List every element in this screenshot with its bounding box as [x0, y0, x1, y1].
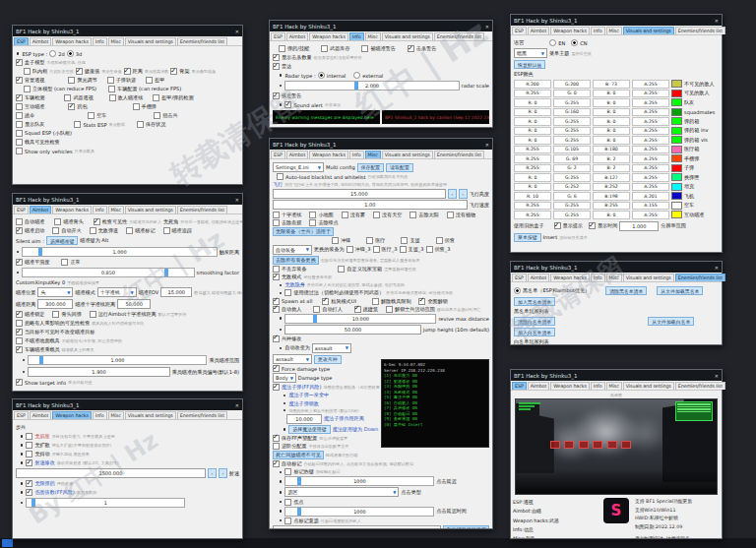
checkbox-visibility[interactable]	[94, 218, 100, 225]
tab-aimbot[interactable]: Aimbot	[30, 206, 52, 213]
tab-weapon-hacks[interactable]: Weapon hacks	[550, 274, 590, 281]
crew-number-input[interactable]: 1.900	[28, 367, 169, 377]
auto-message-button[interactable]: 自动消息发送设置	[443, 525, 489, 528]
checkbox-radar[interactable]	[273, 63, 280, 70]
checkbox-firerate[interactable]	[26, 459, 32, 466]
color-swatch[interactable]	[671, 127, 682, 135]
tab-visuals[interactable]: Visuals and settings	[382, 32, 433, 40]
color-r[interactable]: R: 10	[514, 192, 551, 201]
checkbox-no-ground-vehicle[interactable]	[16, 337, 23, 344]
checkbox-parachute[interactable]	[16, 112, 23, 119]
checkbox-bone-snap[interactable]	[52, 311, 59, 318]
firerate-input[interactable]: 1500.000	[16, 468, 206, 478]
color-r[interactable]: R:255	[514, 164, 551, 173]
color-b[interactable]: B: 0	[593, 211, 630, 219]
checkbox-god-mode[interactable]	[273, 274, 280, 280]
color-g[interactable]: G:105	[553, 146, 591, 154]
checkbox-show-time[interactable]	[589, 222, 596, 229]
color-r[interactable]: R:255	[514, 154, 551, 163]
radio-2d[interactable]	[49, 50, 56, 57]
crew-aim-slider[interactable]: 1.000	[28, 355, 207, 365]
tab-misc[interactable]: Misc	[108, 37, 124, 45]
tab-info[interactable]: Info	[591, 274, 605, 281]
checkbox-ammo-skill[interactable]	[279, 45, 285, 52]
checkbox-mark-hotkey[interactable]	[284, 468, 291, 475]
checkbox-no-sun[interactable]	[410, 212, 416, 218]
color-g[interactable]: G:160	[553, 108, 591, 117]
checkbox-jump-building[interactable]	[354, 306, 361, 313]
checkbox-kill-warning[interactable]	[408, 45, 414, 52]
tab-misc[interactable]: Misc	[606, 382, 622, 390]
color-swatch[interactable]	[671, 146, 682, 153]
color-r[interactable]: R: 0	[514, 173, 551, 182]
color-g[interactable]: G:255	[553, 202, 591, 211]
color-r[interactable]: R: 0	[514, 183, 551, 192]
taskbar-icon[interactable]	[2, 539, 13, 547]
title-bar[interactable]: BF1 Hack by Shinku3_1 ✕	[13, 26, 242, 36]
close-icon[interactable]: ✕	[715, 373, 719, 379]
color-a[interactable]: A:255	[632, 146, 669, 154]
checkbox-crosshair[interactable]	[273, 212, 280, 218]
tab-aimbot[interactable]: Aimbot	[30, 411, 52, 419]
tab-lists[interactable]: Enemies/friends list	[434, 151, 484, 158]
checkbox-auto-mark[interactable]	[273, 460, 280, 467]
tab-esp[interactable]: ESP	[14, 206, 29, 213]
checkbox-3d-model[interactable]	[24, 86, 31, 92]
tab-lists[interactable]: Enemies/friends list	[675, 274, 725, 281]
checkbox-keep-target[interactable]	[16, 329, 23, 335]
checkbox-unlock-all[interactable]	[418, 298, 425, 305]
tab-visuals[interactable]: Visuals and settings	[125, 206, 176, 213]
checkbox-no-spread[interactable]	[26, 442, 32, 449]
checkbox-class-medic[interactable]	[366, 237, 373, 244]
checkbox-auto-revive[interactable]	[273, 306, 280, 313]
checkbox-class-scout[interactable]	[436, 237, 443, 244]
tab-aimbot[interactable]: Aimbot	[30, 37, 52, 45]
color-b[interactable]: B: 0	[593, 90, 630, 98]
tab-aimbot[interactable]: Aimbot	[528, 382, 550, 390]
title-bar[interactable]: BF1 Hack by Shinku3_1 ✕	[270, 139, 492, 150]
checkbox-health[interactable]	[76, 68, 83, 75]
checkbox-infinite-ammo[interactable]	[26, 480, 32, 487]
checkbox-no-noise[interactable]	[309, 219, 316, 226]
spinner-up-icon[interactable]: ›	[459, 189, 468, 199]
tab-lists[interactable]: Enemies/friends list	[177, 37, 227, 45]
checkbox-show-tips[interactable]	[554, 222, 561, 229]
tab-lists[interactable]: Enemies/friends list	[177, 206, 227, 213]
checkbox-class-support[interactable]	[401, 237, 408, 244]
checkbox-mark-check[interactable]	[284, 518, 291, 524]
color-swatch[interactable]	[671, 98, 682, 106]
click-delay-slider[interactable]: 1000	[284, 476, 434, 486]
theme-dropdown[interactable]: 暗黑▼	[514, 48, 547, 58]
tab-weapon-hacks[interactable]: Weapon hacks	[550, 27, 590, 34]
color-b[interactable]: B: 0	[593, 136, 630, 145]
checkbox-smoothing[interactable]	[16, 259, 23, 266]
tab-info[interactable]: Info	[591, 382, 605, 390]
color-b[interactable]: B: 0	[593, 108, 630, 117]
checkbox-magic-bullet[interactable]	[273, 384, 280, 391]
color-g[interactable]: G:255	[553, 117, 591, 126]
tab-misc[interactable]: Misc	[606, 27, 622, 34]
color-a[interactable]: A:255	[632, 90, 669, 98]
click-type-dropdown[interactable]: 选区▼	[284, 487, 399, 497]
load-blacklist-button[interactable]: 从文件加载黑名单	[657, 286, 703, 295]
tab-weapon-hacks[interactable]: Weapon hacks	[309, 32, 348, 40]
color-r[interactable]: R:255	[514, 146, 551, 154]
menu-key-button[interactable]: 菜单按键	[514, 233, 541, 242]
checkbox-weapon-inventory[interactable]	[321, 45, 328, 52]
tab-lists[interactable]: Enemies/friends list	[675, 382, 725, 390]
spinner-up-icon[interactable]: ›	[219, 468, 227, 478]
title-bar[interactable]: BF1 Hack by Shinku3_1 ✕	[13, 194, 242, 205]
aim-distance-input[interactable]: 300.000	[37, 299, 73, 309]
checkbox-trajectory[interactable]	[107, 77, 114, 84]
jump-height-input[interactable]: 50.000	[284, 325, 420, 335]
color-a[interactable]: A:255	[632, 211, 669, 219]
color-swatch[interactable]	[671, 211, 682, 218]
color-b[interactable]: B:252	[593, 183, 630, 192]
color-a[interactable]: A:255	[632, 173, 669, 182]
checkbox-no-fog[interactable]	[342, 212, 348, 218]
checkbox-glow[interactable]	[68, 77, 75, 84]
checkbox-damage-multiplier[interactable]	[26, 489, 32, 496]
checkbox-sniper[interactable]	[154, 112, 160, 119]
tab-esp[interactable]: ESP	[271, 151, 285, 158]
load-config-button[interactable]: 读取配置	[386, 163, 413, 172]
